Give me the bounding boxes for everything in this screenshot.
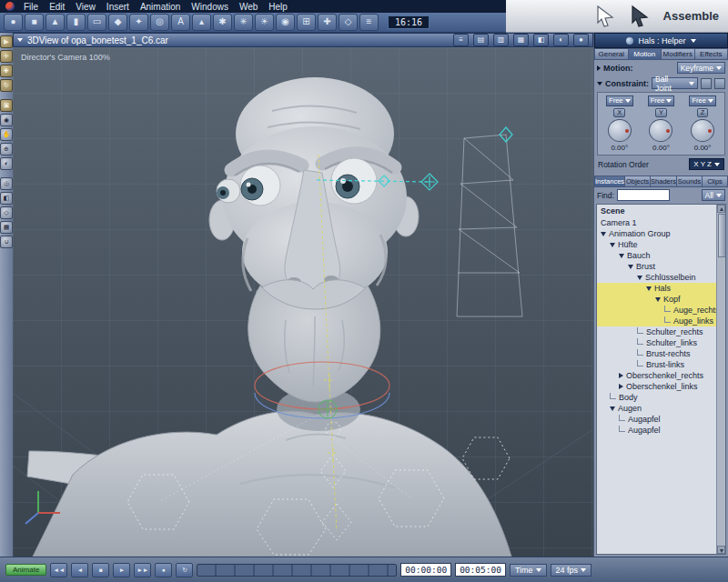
fps-select[interactable]: 24 fps xyxy=(551,564,592,577)
expander-icon[interactable] xyxy=(655,297,661,302)
grid-toggle-icon[interactable]: ▦ xyxy=(0,221,13,234)
zoom-tool-icon[interactable]: ◎ xyxy=(0,177,13,190)
universal-manipulator-icon[interactable]: ✛ xyxy=(0,50,13,63)
insert-sphere-icon[interactable]: ● xyxy=(4,14,23,31)
viewport-title-bar[interactable]: 3DView of opa_bonetest_1_C6.car ≡ ▤ ▥ ▦ … xyxy=(13,33,593,47)
scale-tool-icon[interactable]: ▣ xyxy=(0,99,13,112)
menu-animation[interactable]: Animation xyxy=(135,2,186,12)
tree-item-schulter-links[interactable]: Schulter_links xyxy=(597,337,717,348)
tree-item-schluesselbein[interactable]: Schlüsselbein xyxy=(597,272,717,283)
expander-icon[interactable] xyxy=(637,276,642,280)
tree-item-augen[interactable]: Augen xyxy=(597,403,717,414)
tree-item-schulter-rechts[interactable]: Schulter_rechts xyxy=(597,326,717,337)
tab-general[interactable]: General xyxy=(594,48,629,60)
motion-method-select[interactable]: Keyframe xyxy=(677,62,725,74)
constraint-option-button-2[interactable] xyxy=(714,78,725,89)
tree-item-brust[interactable]: Brust xyxy=(597,261,717,272)
tree-item-oberschenkel-links[interactable]: Oberschenkel_links xyxy=(597,381,717,392)
menu-file[interactable]: File xyxy=(18,2,44,12)
room-arrow-icon[interactable] xyxy=(629,5,652,28)
viewport-canvas[interactable]: Director's Camera 100% xyxy=(13,47,593,557)
tab-instances[interactable]: Instances xyxy=(594,176,625,187)
menu-edit[interactable]: Edit xyxy=(44,2,70,12)
menu-windows[interactable]: Windows xyxy=(186,2,234,12)
constraint-option-button-1[interactable] xyxy=(701,78,712,89)
tree-item-auge-rechts[interactable]: Auge_rechts xyxy=(597,305,717,316)
scene-wizard-icon[interactable]: ≡ xyxy=(359,14,379,31)
selection-dropdown-icon[interactable] xyxy=(691,39,696,43)
camera-dolly-icon[interactable]: ◉ xyxy=(0,114,13,126)
insert-group-icon[interactable]: ⊞ xyxy=(297,14,316,31)
tree-item-animation-group[interactable]: Animation Group xyxy=(597,228,717,239)
render-preview-icon[interactable]: ◧ xyxy=(0,192,13,205)
constraint-expander-icon[interactable] xyxy=(597,82,602,85)
animate-toggle[interactable]: Animate xyxy=(5,564,46,576)
full-render-mode-icon[interactable]: ● xyxy=(573,34,589,46)
play-icon[interactable]: ► xyxy=(113,563,130,577)
insert-fountain-icon[interactable]: ✳ xyxy=(234,14,253,31)
insert-bone-icon[interactable]: ✚ xyxy=(318,14,337,31)
frame-back-icon[interactable]: ◄ xyxy=(71,563,88,577)
tree-item-hals[interactable]: Hals xyxy=(597,283,717,294)
jump-end-icon[interactable]: ►► xyxy=(134,563,151,577)
expander-icon[interactable] xyxy=(628,265,633,269)
rotation-order-select[interactable]: X Y Z xyxy=(689,158,724,170)
selection-header[interactable]: Hals : Helper xyxy=(594,33,728,48)
insert-target-helper-icon[interactable]: ◇ xyxy=(339,14,358,31)
expander-icon[interactable] xyxy=(601,232,606,236)
tree-item-auge-links[interactable]: Auge_links xyxy=(597,316,717,326)
insert-light-icon[interactable]: ☀ xyxy=(255,14,274,31)
axis-x-mode-select[interactable]: Free xyxy=(606,95,632,106)
tree-item-camera-1[interactable]: Camera 1 xyxy=(597,217,717,228)
scroll-up-icon[interactable] xyxy=(717,205,725,213)
axis-z-dial[interactable] xyxy=(691,119,714,142)
insert-spline-object-icon[interactable]: ✦ xyxy=(129,14,148,31)
axis-x-dial[interactable] xyxy=(608,119,632,142)
menu-help[interactable]: Help xyxy=(263,2,293,12)
collapse-viewport-icon[interactable] xyxy=(17,38,23,42)
tab-modifiers[interactable]: Modifiers xyxy=(662,48,695,60)
wireframe-mode-icon[interactable]: ▤ xyxy=(473,34,489,46)
constraint-type-select[interactable]: Ball Joint xyxy=(652,77,698,89)
tree-item-kopf[interactable]: Kopf xyxy=(597,294,717,305)
tab-effects[interactable]: Effects xyxy=(695,48,728,60)
camera-track-icon[interactable]: ⊕ xyxy=(0,143,13,156)
tree-item-bauch[interactable]: Bauch xyxy=(597,250,717,261)
smooth-shade-mode-icon[interactable]: ◧ xyxy=(533,34,549,46)
insert-cone-icon[interactable]: ▲ xyxy=(46,14,65,31)
tab-objects[interactable]: Objects xyxy=(625,176,651,187)
insert-text-icon[interactable]: A xyxy=(171,14,190,31)
rotate-tool-icon[interactable]: ↻ xyxy=(0,79,13,92)
expander-icon[interactable] xyxy=(646,286,652,291)
expander-icon[interactable] xyxy=(619,384,623,389)
insert-cube-icon[interactable]: ■ xyxy=(25,14,44,31)
tree-item-brust-links[interactable]: Brust-links xyxy=(597,359,717,370)
view-menu-icon[interactable]: ≡ xyxy=(453,34,469,46)
wireframe-toggle-icon[interactable]: ◇ xyxy=(0,206,13,219)
scroll-down-icon[interactable] xyxy=(717,546,725,554)
find-input[interactable] xyxy=(617,189,670,201)
cursor-arrow-icon[interactable] xyxy=(594,5,618,28)
current-time-field[interactable]: 00:00:00 xyxy=(400,563,451,577)
camera-bank-icon[interactable]: ◐ xyxy=(0,157,13,170)
timeline-scrubber[interactable] xyxy=(197,564,397,577)
tab-clips[interactable]: Clips xyxy=(703,176,728,187)
insert-vertex-object-icon[interactable]: ◆ xyxy=(108,14,127,31)
flat-shade-mode-icon[interactable]: ▦ xyxy=(513,34,529,46)
insert-particles-icon[interactable]: ✱ xyxy=(213,14,232,31)
tree-item-brust-rechts[interactable]: Brust-rechts xyxy=(597,348,717,359)
menu-web[interactable]: Web xyxy=(234,2,263,12)
insert-cylinder-icon[interactable]: ▮ xyxy=(66,14,86,31)
axis-y-mode-select[interactable]: Free xyxy=(648,95,674,106)
scrollbar-thumb[interactable] xyxy=(718,214,726,257)
stop-icon[interactable]: ■ xyxy=(92,563,109,577)
loop-icon[interactable]: ↻ xyxy=(176,563,193,577)
camera-pan-icon[interactable]: ✋ xyxy=(0,128,13,141)
move-tool-icon[interactable]: ✚ xyxy=(0,65,13,77)
tab-shaders[interactable]: Shaders xyxy=(651,176,677,187)
insert-metaball-icon[interactable]: ◎ xyxy=(150,14,169,31)
time-unit-select[interactable]: Time xyxy=(510,564,547,577)
select-tool-icon[interactable]: ▶ xyxy=(0,35,13,48)
tab-sounds[interactable]: Sounds xyxy=(677,176,703,187)
magnet-snap-icon[interactable]: ∪ xyxy=(0,236,13,248)
